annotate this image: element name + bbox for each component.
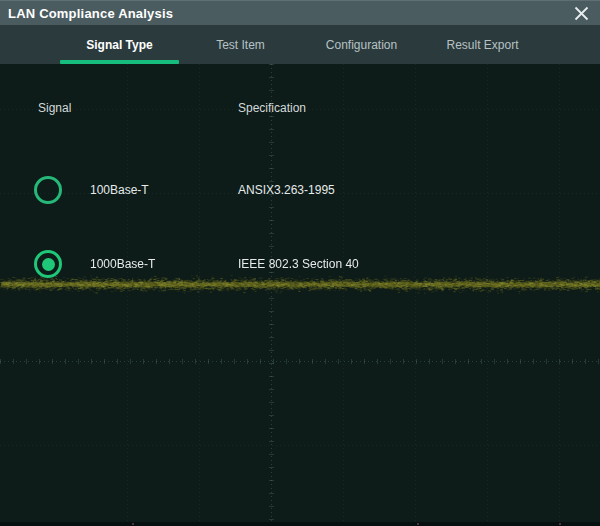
signal-label: 100Base-T	[90, 183, 149, 197]
signal-row-1000base-t[interactable]: 1000Base-T IEEE 802.3 Section 40	[0, 244, 600, 284]
tab-label: Result Export	[446, 38, 518, 52]
tabs-row: Signal Type Test Item Configuration Resu…	[59, 25, 543, 64]
radio-1000base-t-icon[interactable]	[34, 250, 62, 278]
tab-label: Configuration	[326, 38, 397, 52]
tab-test-item[interactable]: Test Item	[180, 25, 301, 64]
marker-speck	[417, 523, 419, 525]
specification-label: ANSIX3.263-1995	[238, 183, 335, 197]
tab-bar: Signal Type Test Item Configuration Resu…	[0, 25, 600, 64]
tab-signal-type[interactable]: Signal Type	[59, 25, 180, 64]
dialog-titlebar: LAN Compliance Analysis	[0, 0, 600, 25]
radio-100base-t-icon[interactable]	[34, 176, 62, 204]
specification-label: IEEE 802.3 Section 40	[238, 257, 359, 271]
graticule-line-horizontal	[0, 445, 600, 446]
column-header-specification: Specification	[238, 101, 306, 115]
signal-row-100base-t[interactable]: 100Base-T ANSIX3.263-1995	[0, 170, 600, 210]
column-header-signal: Signal	[38, 101, 71, 115]
close-button[interactable]	[564, 1, 598, 26]
bottom-screen-edge	[0, 522, 600, 526]
lan-compliance-dialog: LAN Compliance Analysis Signal Type Test…	[0, 0, 600, 526]
tab-configuration[interactable]: Configuration	[301, 25, 422, 64]
active-tab-underline	[60, 60, 179, 64]
tab-label: Signal Type	[86, 38, 152, 52]
tab-label: Test Item	[216, 38, 265, 52]
close-icon	[574, 6, 589, 21]
dialog-title: LAN Compliance Analysis	[8, 1, 173, 26]
radio-dot	[42, 258, 55, 271]
graticule-center-horizontal-ticks	[0, 359, 600, 364]
marker-speck	[559, 523, 561, 525]
tab-result-export[interactable]: Result Export	[422, 25, 543, 64]
marker-speck	[132, 523, 134, 525]
signal-label: 1000Base-T	[90, 257, 155, 271]
